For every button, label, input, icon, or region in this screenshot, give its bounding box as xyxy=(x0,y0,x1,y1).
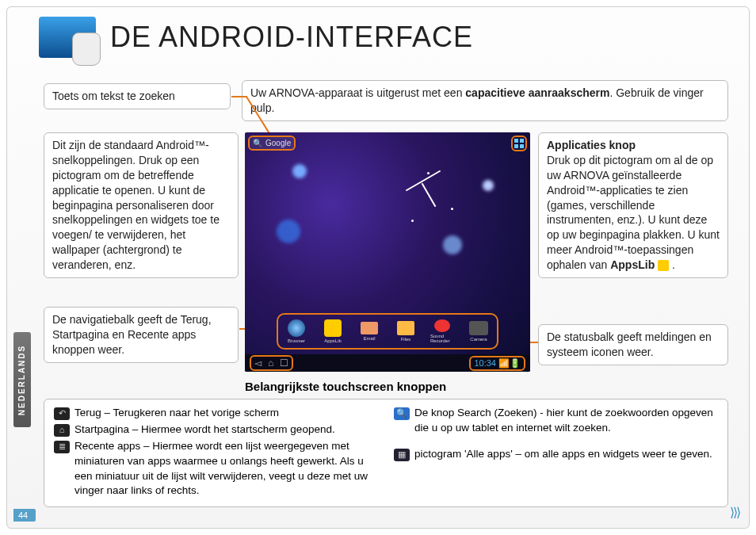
footer-decoration: ⟩⟩⟩ xyxy=(730,505,739,520)
text: De knop Search (Zoeken) - hier kunt de z… xyxy=(414,406,718,436)
dock-app-appslib[interactable]: AppsLib xyxy=(321,319,345,343)
dock-app-browser[interactable]: Browser xyxy=(284,319,308,343)
row-all-apps: ▦ pictogram 'Alle apps' – om alle apps e… xyxy=(394,447,718,462)
page-title: DE ANDROID-INTERFACE xyxy=(110,21,473,54)
manual-page: DE ANDROID-INTERFACE Toets om tekst te z… xyxy=(6,6,750,529)
nav-buttons-highlight: ◅ ⌂ ☐ xyxy=(250,355,293,371)
text: Startpagina – Hiermee wordt het startsch… xyxy=(74,422,335,438)
home-icon: ⌂ xyxy=(54,424,70,437)
callout-text: Toets om tekst te zoeken xyxy=(52,90,175,102)
language-label: NEDERLANDS xyxy=(18,344,27,415)
dock-highlight: Browser AppsLib Email Files Sound Record… xyxy=(277,313,498,350)
row-recent: ≣ Recente apps – Hiermee wordt een lijst… xyxy=(54,439,378,499)
dock-app-recorder[interactable]: Sound Recorder xyxy=(430,319,454,343)
touchscreen-buttons-list: ↶ Terug – Terugkeren naar het vorige sch… xyxy=(44,399,728,507)
search-bar-highlight[interactable]: 🔍 Google xyxy=(248,136,296,151)
page-number: 44 xyxy=(13,509,36,522)
apps-grid-icon xyxy=(514,139,524,148)
tablet-screenshot: 🔍 Google Browser AppsLib Email Files Sou… xyxy=(245,132,530,372)
row-back: ↶ Terug – Terugkeren naar het vorige sch… xyxy=(54,406,378,421)
home-icon[interactable]: ⌂ xyxy=(268,357,273,369)
all-apps-highlight[interactable] xyxy=(511,136,527,151)
left-column: ↶ Terug – Terugkeren naar het vorige sch… xyxy=(54,406,378,500)
row-search: 🔍 De knop Search (Zoeken) - hier kunt de… xyxy=(394,406,718,436)
back-icon: ↶ xyxy=(54,407,70,420)
status-area-highlight: 10:34 📶🔋 xyxy=(469,356,525,371)
android-statusbar: ◅ ⌂ ☐ 10:34 📶🔋 xyxy=(245,354,530,372)
recent-icon[interactable]: ☐ xyxy=(280,357,288,369)
callout-apps-button: Applicaties knop Druk op dit pictogram o… xyxy=(538,132,728,278)
heading: Applicaties knop xyxy=(547,138,720,153)
right-column: 🔍 De knop Search (Zoeken) - hier kunt de… xyxy=(394,406,718,500)
bold: AppsLib xyxy=(610,258,655,271)
text: Dit zijn de standaard Android™-snelkoppe… xyxy=(52,139,220,271)
callout-shortcuts: Dit zijn de standaard Android™-snelkoppe… xyxy=(44,132,239,278)
recent-apps-icon: ≣ xyxy=(54,441,70,453)
callout-search-hint: Toets om tekst te zoeken xyxy=(44,83,231,109)
text: Recente apps – Hiermee wordt een lijst w… xyxy=(74,439,378,499)
bold: capacitieve aanraakscherm xyxy=(465,86,609,99)
clock-time: 10:34 xyxy=(474,358,496,368)
search-icon: 🔍 xyxy=(394,407,410,420)
dock-app-files[interactable]: Files xyxy=(394,319,418,343)
search-label: Google xyxy=(265,139,291,147)
connector-line xyxy=(530,342,538,343)
section-heading: Belangrijkste touchscreen knoppen xyxy=(245,380,446,393)
text: pictogram 'Alle apps' – om alle apps en … xyxy=(414,447,712,462)
touch-illustration-icon xyxy=(39,17,96,58)
page-header: DE ANDROID-INTERFACE xyxy=(39,17,473,58)
text: Terug – Terugkeren naar het vorige scher… xyxy=(74,406,279,421)
language-tab: NEDERLANDS xyxy=(13,332,31,427)
text: Druk op dit pictogram om al de op uw ARN… xyxy=(547,154,720,271)
dock-app-camera[interactable]: Camera xyxy=(467,319,491,343)
search-icon: 🔍 xyxy=(253,139,262,147)
callout-navbar: De navigatiebalk geeft de Terug, Startpa… xyxy=(44,307,239,363)
row-home: ⌂ Startpagina – Hiermee wordt het starts… xyxy=(54,422,378,438)
text: De statusbalk geeft meldingen en systeem… xyxy=(547,331,712,358)
text: Uw ARNOVA-apparaat is uitgerust met een xyxy=(250,86,465,99)
dock-app-email[interactable]: Email xyxy=(357,319,381,343)
callout-touchscreen: Uw ARNOVA-apparaat is uitgerust met een … xyxy=(242,80,728,121)
appslib-icon xyxy=(658,260,669,271)
callout-statusbar: De statusbalk geeft meldingen en systeem… xyxy=(538,324,728,365)
all-apps-icon: ▦ xyxy=(394,449,410,461)
back-icon[interactable]: ◅ xyxy=(254,357,262,369)
text: De navigatiebalk geeft de Terug, Startpa… xyxy=(52,313,212,356)
